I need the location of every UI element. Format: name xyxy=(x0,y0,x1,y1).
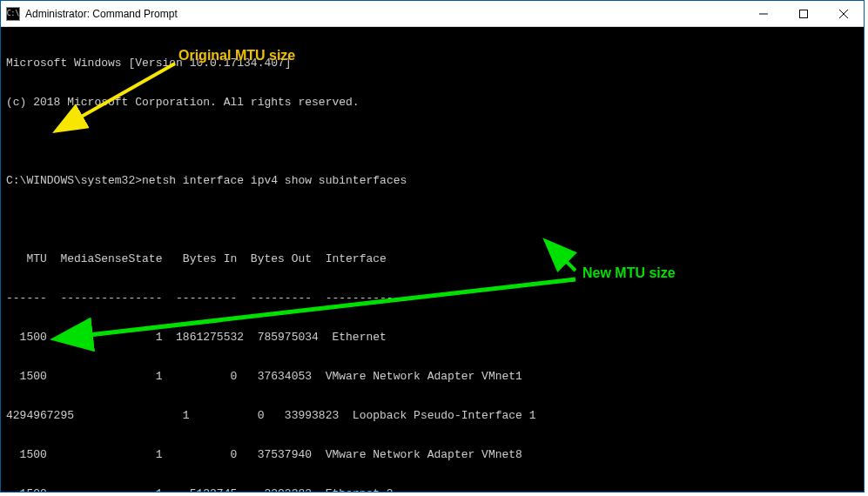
close-button[interactable] xyxy=(824,1,864,26)
window-controls xyxy=(744,1,864,26)
table1-row: 1500 1 1861275532 785975034 Ethernet xyxy=(6,331,858,344)
minimize-button[interactable] xyxy=(744,1,784,26)
terminal-body[interactable]: Microsoft Windows [Version 10.0.17134.40… xyxy=(1,27,864,492)
table1-row: 1500 1 0 37537940 VMware Network Adapter… xyxy=(6,448,858,461)
header-line-1: Microsoft Windows [Version 10.0.17134.40… xyxy=(6,57,858,70)
table1-row: 1500 1 0 37634053 VMware Network Adapter… xyxy=(6,370,858,383)
table1-row: 4294967295 1 0 33993823 Loopback Pseudo-… xyxy=(6,409,858,422)
cmd-line-show1: C:\WINDOWS\system32>netsh interface ipv4… xyxy=(6,174,858,187)
maximize-button[interactable] xyxy=(784,1,824,26)
window-frame: C:\ Administrator: Command Prompt Micros… xyxy=(0,0,865,493)
svg-rect-1 xyxy=(800,10,808,17)
command-text: netsh interface ipv4 show subinterfaces xyxy=(142,174,407,187)
blank xyxy=(6,135,858,148)
cmd-icon: C:\ xyxy=(6,7,20,21)
titlebar[interactable]: C:\ Administrator: Command Prompt xyxy=(1,1,864,27)
annotation-new-mtu: New MTU size xyxy=(582,266,676,279)
window-title: Administrator: Command Prompt xyxy=(25,8,744,20)
prompt: C:\WINDOWS\system32> xyxy=(6,174,142,187)
table1-row: 1500 1 5132745 2202382 Ethernet 2 xyxy=(6,487,858,492)
table1-header: MTU MediaSenseState Bytes In Bytes Out I… xyxy=(6,252,858,265)
table1-separator: ------ --------------- --------- -------… xyxy=(6,292,858,305)
header-line-2: (c) 2018 Microsoft Corporation. All righ… xyxy=(6,96,858,109)
svg-line-9 xyxy=(58,279,575,338)
blank xyxy=(6,213,858,226)
